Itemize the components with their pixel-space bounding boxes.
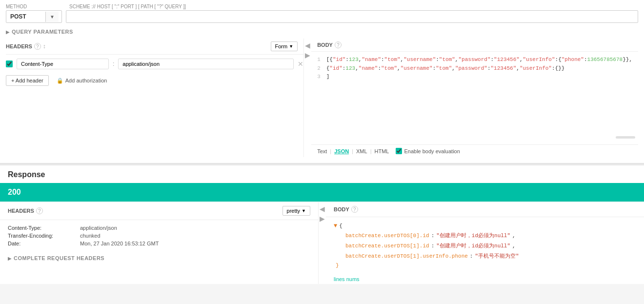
method-label: METHOD bbox=[6, 4, 69, 9]
header-delete-button[interactable]: ✕ bbox=[298, 60, 303, 68]
add-authorization-button[interactable]: 🔒 Add authorization bbox=[57, 78, 107, 84]
query-params-label: QUERY PARAMETERS bbox=[12, 29, 73, 35]
separator-1: | bbox=[330, 148, 331, 154]
format-text-button[interactable]: Text bbox=[317, 148, 327, 154]
resp-header-row: Content-Type: application/json bbox=[8, 224, 310, 232]
body-line-2: {"id":123,"name":"tom","username":"tom",… bbox=[326, 64, 632, 73]
headers-help-icon[interactable]: ? bbox=[34, 43, 41, 50]
lock-icon: 🔒 bbox=[57, 78, 63, 84]
separator-2: | bbox=[352, 148, 353, 154]
resp-headers-title: HEADERS bbox=[8, 208, 34, 214]
enable-body-eval-toggle[interactable]: Enable body evaluation bbox=[396, 148, 460, 154]
lines-nums-link[interactable]: lines nums bbox=[326, 274, 644, 284]
resp-body-entry-1: batchCreate.userDTOS[1].id : "创建用户时，id必须… bbox=[345, 241, 636, 251]
query-params-arrow: ▶ bbox=[6, 29, 10, 35]
pretty-button[interactable]: pretty ▼ bbox=[282, 206, 310, 216]
resp-body-help-icon[interactable]: ? bbox=[351, 206, 358, 213]
scrollbar-hint bbox=[616, 136, 635, 139]
resp-header-row: Date: Mon, 27 Jan 2020 16:53:12 GMT bbox=[8, 240, 310, 247]
format-html-button[interactable]: HTML bbox=[374, 148, 389, 154]
body-format-toolbar: Text | JSON | XML | HTML Enable body eva… bbox=[311, 144, 638, 157]
response-label: Response bbox=[0, 163, 644, 183]
resp-collapse-left-arrow[interactable]: ◀ bbox=[320, 205, 325, 213]
status-bar: 200 bbox=[0, 183, 644, 202]
header-checkbox[interactable] bbox=[6, 61, 13, 67]
header-colon: : bbox=[113, 61, 114, 67]
complete-req-toggle[interactable]: ▶ COMPLETE REQUEST HEADERS bbox=[0, 251, 318, 265]
body-code-area: 1 2 3 [{"id":123,"name":"tom","username"… bbox=[311, 52, 638, 144]
format-xml-button[interactable]: XML bbox=[356, 148, 367, 154]
header-key-input[interactable] bbox=[17, 59, 109, 69]
collapse-left-arrow[interactable]: ◀ bbox=[305, 41, 310, 49]
query-params-toggle[interactable]: ▶ QUERY PARAMETERS bbox=[6, 27, 638, 37]
form-button[interactable]: Form ▼ bbox=[271, 41, 298, 51]
enable-body-eval-label: Enable body evaluation bbox=[404, 148, 460, 154]
method-select[interactable]: POST GET PUT DELETE bbox=[6, 11, 45, 22]
resp-expand-right-arrow[interactable]: ▶ bbox=[320, 215, 325, 223]
body-help-icon[interactable]: ? bbox=[335, 41, 342, 48]
body-title: BODY bbox=[317, 42, 333, 48]
add-header-button[interactable]: + Add header bbox=[6, 75, 49, 86]
enable-body-eval-checkbox[interactable] bbox=[396, 148, 402, 154]
resp-body-entry-2: batchCreate.userDTOS[1].userInfo.phone :… bbox=[345, 251, 636, 262]
method-dropdown-arrow[interactable]: ▼ bbox=[45, 12, 59, 22]
resp-headers-help-icon[interactable]: ? bbox=[36, 207, 43, 214]
url-input[interactable]: http://127.0.0.1:9090/users/batch bbox=[66, 10, 638, 23]
method-select-wrap: POST GET PUT DELETE ▼ bbox=[6, 10, 62, 23]
body-line-3: ] bbox=[326, 73, 632, 81]
complete-req-arrow: ▶ bbox=[8, 256, 12, 261]
complete-req-label: COMPLETE REQUEST HEADERS bbox=[14, 255, 104, 261]
resp-body-title: BODY bbox=[334, 206, 349, 212]
resp-headers-list: Content-Type: application/json Transfer-… bbox=[0, 220, 318, 251]
body-line-1: [{"id":123,"name":"tom","username":"tom"… bbox=[326, 56, 632, 64]
resp-body-code: ▼ { batchCreate.userDTOS[0].id : "创建用户时，… bbox=[326, 217, 644, 274]
resp-expand-icon[interactable]: ▼ bbox=[334, 221, 337, 231]
headers-title: HEADERS bbox=[6, 43, 32, 49]
scheme-label: SCHEME :// HOST [ ":" PORT ] [ PATH [ "?… bbox=[69, 4, 638, 9]
separator-3: | bbox=[370, 148, 372, 154]
format-json-button[interactable]: JSON bbox=[334, 148, 349, 154]
expand-right-arrow[interactable]: ▶ bbox=[305, 51, 310, 59]
resp-header-row: Transfer-Encoding: chunked bbox=[8, 232, 310, 240]
header-value-input[interactable] bbox=[118, 59, 294, 69]
resp-body-entry-0: batchCreate.userDTOS[0].id : "创建用户时，id必须… bbox=[345, 231, 636, 241]
headers-sort-icon[interactable]: ↕ bbox=[43, 43, 46, 50]
